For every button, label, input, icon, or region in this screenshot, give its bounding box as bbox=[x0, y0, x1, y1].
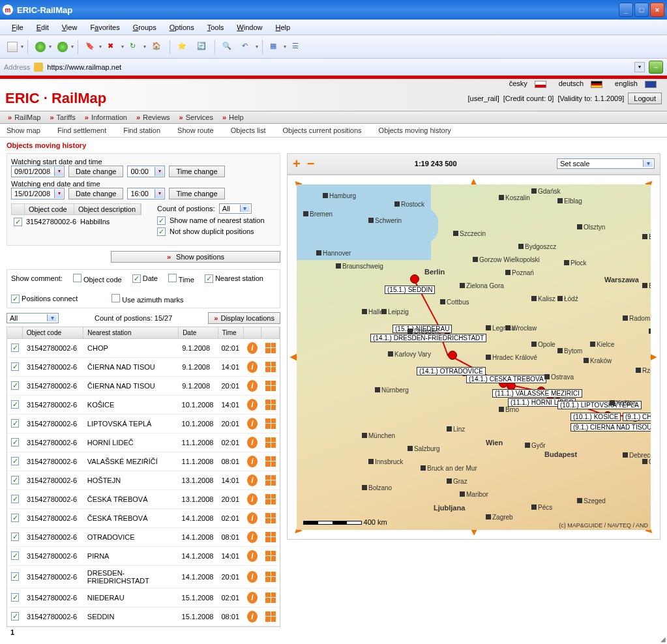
opt-date-checkbox[interactable] bbox=[132, 274, 141, 283]
minimize-button[interactable]: _ bbox=[619, 3, 633, 17]
row-checkbox[interactable] bbox=[11, 551, 19, 560]
col-date[interactable]: Date bbox=[179, 327, 218, 338]
menu-edit[interactable]: Edit bbox=[31, 22, 54, 33]
start-time-change-button[interactable]: Time change bbox=[169, 166, 224, 177]
table-row[interactable]: 31542780002-6KOŠICE10.1.200814:01i bbox=[7, 396, 280, 415]
tab-tariffs[interactable]: »Tariffs bbox=[46, 113, 79, 121]
zoom-in-button[interactable]: + bbox=[293, 156, 301, 171]
row-checkbox[interactable] bbox=[11, 344, 19, 352]
info-icon[interactable]: i bbox=[247, 437, 258, 448]
list-button[interactable]: ☰ bbox=[289, 38, 306, 55]
table-row[interactable]: 31542780002-6LIPTOVSKÁ TEPLÁ10.1.200820:… bbox=[7, 415, 280, 433]
opt-positions-connect-checkbox[interactable] bbox=[11, 295, 20, 303]
subtab-objects-moving-history[interactable]: Objects moving history bbox=[379, 126, 451, 134]
opt-azimuth-checkbox[interactable] bbox=[111, 294, 120, 302]
subtab-find-settlement[interactable]: Find settlement bbox=[57, 126, 106, 134]
info-icon[interactable]: i bbox=[247, 456, 258, 467]
row-checkbox[interactable] bbox=[11, 612, 19, 621]
info-icon[interactable]: i bbox=[247, 418, 258, 430]
end-date-input[interactable] bbox=[12, 189, 54, 198]
page-number[interactable]: 1 bbox=[7, 627, 280, 637]
row-checkbox[interactable] bbox=[11, 533, 19, 541]
info-icon[interactable]: i bbox=[247, 592, 258, 604]
table-row[interactable]: 31542780002-6HORNÍ LIDEČ11.1.200802:01i bbox=[7, 433, 280, 452]
menu-window[interactable]: Window bbox=[231, 22, 267, 33]
subtab-objects-current-positions[interactable]: Objects current positions bbox=[283, 126, 362, 134]
info-icon[interactable]: i bbox=[247, 493, 258, 505]
lang-czech[interactable]: česky bbox=[507, 80, 549, 87]
home-button[interactable]: 🏠 bbox=[149, 38, 166, 55]
maximize-button[interactable]: □ bbox=[634, 3, 649, 17]
opt-nearest-checkbox[interactable] bbox=[205, 274, 213, 283]
table-row[interactable]: 31542780002-6ČIERNA NAD TISOU9.1.200814:… bbox=[7, 358, 280, 377]
table-row[interactable]: 31542780002-6HOŠTEJN13.1.200814:01i bbox=[7, 471, 280, 490]
menu-help[interactable]: Help bbox=[270, 22, 295, 33]
table-row[interactable]: 31542780002-6OTRADOVICE14.1.200808:01i bbox=[7, 528, 280, 547]
table-row[interactable]: 31542780002-6NIEDERAU15.1.200802:01i bbox=[7, 589, 280, 607]
reload-button[interactable]: ↻ bbox=[126, 38, 143, 55]
table-row[interactable]: 31542780002-6PIRNA14.1.200814:01i bbox=[7, 547, 280, 566]
no-duplicit-checkbox[interactable] bbox=[157, 227, 166, 236]
row-checkbox[interactable] bbox=[11, 419, 19, 428]
row-checkbox[interactable] bbox=[11, 572, 19, 581]
subtab-show-map[interactable]: Show map bbox=[7, 126, 40, 134]
menu-view[interactable]: View bbox=[57, 22, 83, 33]
display-locations-button[interactable]: »Display locations bbox=[208, 312, 280, 324]
locate-icon[interactable] bbox=[265, 513, 276, 523]
count-positions-select[interactable]: All bbox=[219, 203, 252, 214]
set-scale-select[interactable]: Set scale bbox=[557, 158, 655, 169]
locate-icon[interactable] bbox=[265, 381, 276, 391]
menu-file[interactable]: File bbox=[7, 22, 29, 33]
info-icon[interactable]: i bbox=[247, 399, 258, 411]
chevron-down-icon[interactable]: ▾ bbox=[54, 189, 63, 198]
star-button[interactable]: ⭐ bbox=[174, 38, 191, 55]
locate-icon[interactable] bbox=[265, 551, 276, 561]
table-row[interactable]: 31542780002-6CHOP9.1.200802:01i bbox=[7, 339, 280, 358]
map-canvas[interactable]: (15.1.) SEDDIN (15.1.) NIEDERAU (14.1.) … bbox=[297, 184, 651, 530]
tab-railmap[interactable]: »RailMap bbox=[4, 113, 44, 121]
locate-icon[interactable] bbox=[265, 437, 276, 448]
back-button[interactable] bbox=[32, 38, 49, 55]
locate-icon[interactable] bbox=[265, 611, 276, 622]
locate-icon[interactable] bbox=[265, 400, 276, 410]
menu-tools[interactable]: Tools bbox=[202, 22, 230, 33]
table-row[interactable]: 31542780002-6ČESKÁ TŘEBOVÁ14.1.200802:01… bbox=[7, 509, 280, 528]
row-checkbox[interactable] bbox=[11, 362, 19, 371]
tab-information[interactable]: »Information bbox=[81, 113, 131, 121]
logout-button[interactable]: Logout bbox=[628, 93, 662, 104]
show-positions-button[interactable]: »Show positions bbox=[111, 251, 280, 263]
menu-favorites[interactable]: Favorites bbox=[85, 22, 125, 33]
end-date-change-button[interactable]: Date change bbox=[68, 188, 123, 199]
forward-button[interactable] bbox=[54, 38, 71, 55]
tab-help[interactable]: »Help bbox=[218, 113, 248, 121]
chevron-down-icon[interactable]: ▾ bbox=[155, 167, 164, 176]
row-checkbox[interactable] bbox=[11, 438, 19, 446]
object-checkbox[interactable] bbox=[14, 218, 22, 226]
undo-button[interactable]: ↶ bbox=[239, 38, 256, 55]
filter-select[interactable]: All bbox=[7, 313, 59, 323]
chevron-down-icon[interactable]: ▾ bbox=[54, 167, 63, 176]
opt-time-checkbox[interactable] bbox=[168, 274, 177, 282]
address-url[interactable]: https://www.railmap.net bbox=[47, 63, 630, 71]
row-checkbox[interactable] bbox=[11, 514, 19, 522]
table-row[interactable]: 31542780002-6DRESDEN-FRIEDRICHSTADT14.1.… bbox=[7, 566, 280, 589]
locate-icon[interactable] bbox=[265, 532, 276, 542]
page-zoom-button[interactable]: 🔍 bbox=[219, 38, 236, 55]
subtab-find-station[interactable]: Find station bbox=[123, 126, 160, 134]
info-icon[interactable]: i bbox=[247, 550, 258, 562]
start-date-change-button[interactable]: Date change bbox=[68, 166, 123, 177]
favorite-button[interactable]: 🔖 bbox=[82, 38, 99, 55]
table-row[interactable]: 31542780002-6VALAŠSKÉ MEZIŘÍČÍ11.1.20080… bbox=[7, 452, 280, 471]
menu-groups[interactable]: Groups bbox=[128, 22, 162, 33]
zoom-out-button[interactable]: − bbox=[307, 156, 315, 171]
info-icon[interactable]: i bbox=[247, 531, 258, 543]
row-checkbox[interactable] bbox=[11, 457, 19, 465]
row-checkbox[interactable] bbox=[11, 593, 19, 602]
table-row[interactable]: 31542780002-6ČESKÁ TŘEBOVÁ13.1.200820:01… bbox=[7, 490, 280, 509]
col-nearest-station[interactable]: Nearest station bbox=[83, 327, 179, 338]
tile-button[interactable]: ▦ bbox=[267, 38, 284, 55]
lang-german[interactable]: deutsch bbox=[556, 80, 606, 87]
locate-icon[interactable] bbox=[265, 418, 276, 429]
info-icon[interactable]: i bbox=[247, 342, 258, 354]
tab-reviews[interactable]: »Reviews bbox=[132, 113, 174, 121]
